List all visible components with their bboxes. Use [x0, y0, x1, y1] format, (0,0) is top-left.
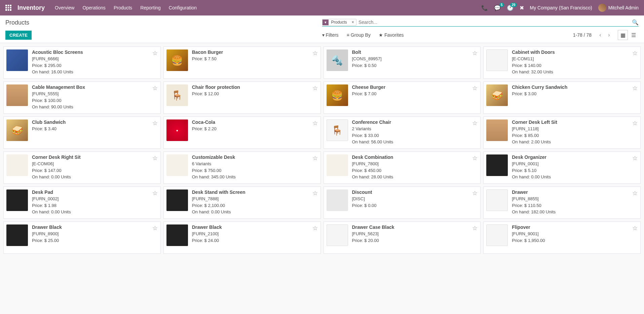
product-card[interactable]: Flipover [FURN_9001] Price: $ 1,950.00 ☆	[483, 221, 641, 254]
product-card[interactable]: Drawer Black [FURN_8900] Price: $ 25.00 …	[3, 221, 161, 254]
pager-next[interactable]: ›	[605, 31, 613, 39]
product-code: [CONS_89957]	[352, 56, 472, 62]
product-card[interactable]: Acoustic Bloc Screens [FURN_6666] Price:…	[3, 46, 161, 79]
product-card[interactable]: ● Coca-Cola Price: $ 2.20 ☆	[163, 116, 321, 149]
nav-operations[interactable]: Operations	[82, 5, 105, 10]
favorite-star[interactable]: ☆	[472, 224, 478, 251]
nav-menu: Overview Operations Products Reporting C…	[55, 5, 197, 10]
groupby-dropdown[interactable]: ≡Group By	[347, 30, 371, 40]
product-card[interactable]: 🥪 Chicken Curry Sandwich Price: $ 3.00 ☆	[483, 81, 641, 114]
product-code: [FURN_2100]	[192, 231, 312, 237]
phone-icon[interactable]: 📞	[481, 5, 488, 11]
favorite-star[interactable]: ☆	[472, 49, 478, 76]
favorite-star[interactable]: ☆	[152, 119, 158, 146]
create-button[interactable]: CREATE	[5, 31, 32, 40]
product-code: 2 Variants	[352, 126, 472, 132]
product-card[interactable]: Corner Desk Right Sit [E-COM06] Price: $…	[3, 151, 161, 184]
view-kanban[interactable]: ▦	[618, 30, 628, 40]
product-card[interactable]: Customizable Desk 6 Variants Price: $ 75…	[163, 151, 321, 184]
settings-icon[interactable]: ✖	[520, 5, 524, 11]
product-card[interactable]: Cabinet with Doors [E-COM11] Price: $ 14…	[483, 46, 641, 79]
pager-prev[interactable]: ‹	[596, 31, 604, 39]
nav-overview[interactable]: Overview	[55, 5, 74, 10]
product-code: [E-COM06]	[32, 161, 152, 167]
favorite-star[interactable]: ☆	[312, 189, 318, 216]
product-card[interactable]: 🍔 Bacon Burger Price: $ 7.50 ☆	[163, 46, 321, 79]
activities-icon[interactable]: 🕐29	[507, 5, 514, 11]
top-navbar: Inventory Overview Operations Products R…	[0, 0, 644, 15]
user-menu[interactable]: Mitchell Admin	[598, 4, 639, 12]
nav-products[interactable]: Products	[114, 5, 132, 10]
product-thumb	[486, 49, 508, 71]
product-card[interactable]: Desk Stand with Screen [FURN_7888] Price…	[163, 186, 321, 219]
facet-remove[interactable]: ×	[350, 19, 356, 25]
product-card[interactable]: Drawer [FURN_8855] Price: $ 110.50 On ha…	[483, 186, 641, 219]
favorite-star[interactable]: ☆	[312, 224, 318, 251]
product-card[interactable]: Cable Management Box [FURN_5555] Price: …	[3, 81, 161, 114]
favorite-star[interactable]: ☆	[152, 49, 158, 76]
funnel-icon: ▾	[322, 32, 325, 38]
favorite-star[interactable]: ☆	[152, 154, 158, 181]
brand-title[interactable]: Inventory	[17, 4, 45, 11]
favorite-star[interactable]: ☆	[632, 49, 638, 76]
favorite-star[interactable]: ☆	[472, 189, 478, 216]
product-onhand: On hand: 182.00 Units	[512, 209, 632, 215]
product-price: Price: $ 1,950.00	[512, 237, 632, 244]
search-icon[interactable]: 🔍	[632, 19, 639, 26]
favorite-star[interactable]: ☆	[632, 189, 638, 216]
messages-icon[interactable]: 💬5	[494, 5, 501, 11]
product-card[interactable]: 🍔 Cheese Burger Price: $ 7.00 ☆	[324, 81, 481, 114]
product-price: Price: $ 750.00	[192, 167, 312, 174]
favorite-star[interactable]: ☆	[312, 154, 318, 181]
product-price: Price: $ 7.00	[352, 91, 472, 97]
product-card[interactable]: 🥪 Club Sandwich Price: $ 3.40 ☆	[3, 116, 161, 149]
product-thumb	[6, 84, 28, 106]
product-thumb: 🔩	[327, 49, 348, 71]
product-card[interactable]: Corner Desk Left Sit [FURN_1118] Price: …	[483, 116, 641, 149]
search-input[interactable]	[356, 19, 629, 26]
favorite-star[interactable]: ☆	[632, 119, 638, 146]
product-name: Bacon Burger	[192, 49, 312, 55]
favorite-star[interactable]: ☆	[152, 84, 158, 111]
favorite-star[interactable]: ☆	[472, 84, 478, 111]
nav-reporting[interactable]: Reporting	[140, 5, 161, 10]
product-price: Price: $ 3.40	[32, 126, 152, 132]
favorite-star[interactable]: ☆	[312, 84, 318, 111]
favorite-star[interactable]: ☆	[632, 154, 638, 181]
product-card[interactable]: 🪑 Chair floor protection Price: $ 12.00 …	[163, 81, 321, 114]
product-card[interactable]: Drawer Black [FURN_2100] Price: $ 24.00 …	[163, 221, 321, 254]
product-price: Price: $ 0.50	[352, 62, 472, 69]
nav-configuration[interactable]: Configuration	[169, 5, 197, 10]
favorite-star[interactable]: ☆	[152, 189, 158, 216]
favorite-star[interactable]: ☆	[312, 49, 318, 76]
favorite-star[interactable]: ☆	[632, 84, 638, 111]
product-name: Acoustic Bloc Screens	[32, 49, 152, 55]
filters-dropdown[interactable]: ▾Filters	[322, 30, 339, 40]
product-card[interactable]: Desk Combination [FURN_7800] Price: $ 45…	[324, 151, 481, 184]
favorite-star[interactable]: ☆	[152, 224, 158, 251]
product-card[interactable]: Desk Organizer [FURN_0001] Price: $ 5.10…	[483, 151, 641, 184]
product-onhand: On hand: 32.00 Units	[512, 69, 632, 75]
product-code: 6 Variants	[192, 161, 312, 167]
view-list[interactable]: ☰	[629, 30, 639, 40]
favorite-star[interactable]: ☆	[472, 154, 478, 181]
favorite-star[interactable]: ☆	[632, 224, 638, 251]
breadcrumb: Products	[5, 19, 29, 26]
product-card[interactable]: Desk Pad [FURN_0002] Price: $ 1.98 On ha…	[3, 186, 161, 219]
favorite-star[interactable]: ☆	[312, 119, 318, 146]
product-price: Price: $ 12.00	[192, 91, 312, 97]
product-name: Discount	[352, 189, 472, 195]
user-name: Mitchell Admin	[608, 5, 639, 10]
favorites-dropdown[interactable]: ★Favorites	[379, 30, 404, 40]
product-card[interactable]: 🪑 Conference Chair 2 Variants Price: $ 3…	[324, 116, 481, 149]
company-selector[interactable]: My Company (San Francisco)	[530, 5, 592, 10]
product-card[interactable]: 🔩 Bolt [CONS_89957] Price: $ 0.50 ☆	[324, 46, 481, 79]
product-thumb: 🥪	[486, 84, 508, 106]
apps-icon[interactable]	[5, 5, 11, 11]
product-thumb	[166, 189, 188, 211]
product-card[interactable]: Drawer Case Black [FURN_5623] Price: $ 2…	[324, 221, 481, 254]
favorite-star[interactable]: ☆	[472, 119, 478, 146]
product-card[interactable]: Discount [DISC] Price: $ 0.00 ☆	[324, 186, 481, 219]
product-code: [FURN_1118]	[512, 126, 632, 132]
product-price: Price: $ 20.00	[352, 237, 472, 244]
